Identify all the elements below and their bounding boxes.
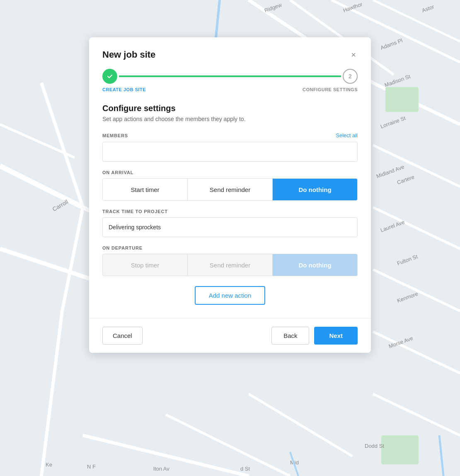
footer-right: Back Next [271,327,358,345]
modal-wrapper: New job site × 2 CREATE JOB SITE CONFI [0,0,460,476]
track-time-field-group: TRACK TIME TO PROJECT [102,209,358,237]
modal-body: Configure settings Set app actions and c… [89,102,371,318]
cancel-button[interactable]: Cancel [102,327,143,345]
add-new-action-button[interactable]: Add new action [195,286,266,305]
departure-stop-timer-button[interactable]: Stop timer [103,254,188,276]
modal-title: New job site [102,49,155,60]
stepper-labels: CREATE JOB SITE CONFIGURE SETTINGS [102,87,358,92]
departure-send-reminder-button[interactable]: Send reminder [188,254,273,276]
arrival-do-nothing-button[interactable]: Do nothing [273,179,357,200]
departure-do-nothing-button[interactable]: Do nothing [273,254,357,276]
modal-footer: Cancel Back Next [89,318,371,353]
arrival-start-timer-button[interactable]: Start timer [103,179,188,200]
track-time-input[interactable] [102,217,358,237]
checkmark-icon [107,73,113,80]
on-arrival-group: ON ARRIVAL Start timer Send reminder Do … [102,170,358,201]
next-button[interactable]: Next [314,327,358,345]
on-departure-label: ON DEPARTURE [102,245,358,250]
add-action-wrapper: Add new action [102,286,358,305]
members-label: MEMBERS Select all [102,132,358,138]
section-subtitle: Set app actions and choose the members t… [102,116,358,122]
track-time-label: TRACK TIME TO PROJECT [102,209,358,214]
on-departure-group: ON DEPARTURE Stop timer Send reminder Do… [102,245,358,276]
step-1-circle [102,69,117,84]
close-button[interactable]: × [349,49,358,61]
step-2-circle: 2 [343,69,358,84]
stepper-track: 2 [102,69,358,84]
select-all-link[interactable]: Select all [336,132,358,138]
on-departure-btn-group: Stop timer Send reminder Do nothing [102,254,358,276]
step-line [119,75,341,77]
on-arrival-btn-group: Start timer Send reminder Do nothing [102,178,358,201]
on-arrival-label: ON ARRIVAL [102,170,358,175]
step-2-label: CONFIGURE SETTINGS [303,87,358,92]
stepper: 2 CREATE JOB SITE CONFIGURE SETTINGS [89,69,371,102]
section-heading: Configure settings [102,104,358,113]
members-field-group: MEMBERS Select all [102,132,358,162]
modal-header: New job site × [89,37,371,69]
step-1-label: CREATE JOB SITE [102,87,146,92]
modal: New job site × 2 CREATE JOB SITE CONFI [89,37,371,353]
back-button[interactable]: Back [271,327,309,345]
members-input[interactable] [102,142,358,162]
arrival-send-reminder-button[interactable]: Send reminder [188,179,273,200]
